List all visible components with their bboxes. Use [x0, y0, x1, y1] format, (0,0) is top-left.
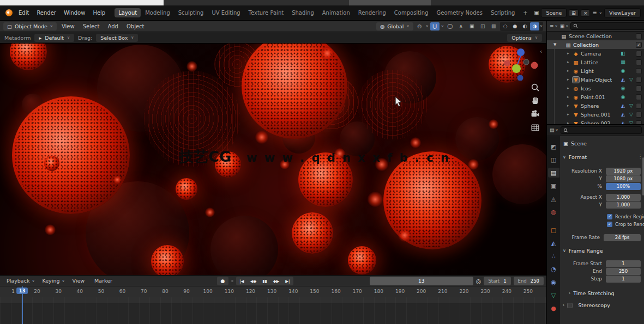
timeline-menu[interactable]: Playback∨ [3, 278, 38, 284]
timeline-menu[interactable]: Keying∨ [39, 278, 68, 284]
active-tool-dropdown[interactable]: ▸ Default ∨ [34, 34, 74, 42]
view-layer-caret-icon[interactable]: ∨ [599, 11, 602, 15]
viewport-menu[interactable]: View [58, 22, 78, 30]
collection-checkbox[interactable] [636, 112, 642, 118]
blender-logo-icon[interactable] [5, 9, 13, 16]
resolution-x-field[interactable]: 1920 px [606, 168, 641, 175]
pivot-point-icon[interactable]: ◎ [415, 22, 424, 30]
ruler-frame-label[interactable]: 250 [523, 289, 533, 294]
current-frame-field[interactable]: 13 [370, 277, 473, 285]
ruler-frame-label[interactable]: 70 [141, 289, 147, 294]
snap-caret-icon[interactable]: ∨ [441, 24, 444, 28]
workspace-tab[interactable]: Geometry Nodes [433, 8, 486, 17]
timeline-menu[interactable]: View [69, 278, 91, 284]
show-overlays-icon[interactable]: ◫ [478, 22, 487, 30]
show-gizmo-icon[interactable]: ▣ [467, 22, 477, 30]
stereoscopy-checkbox[interactable] [567, 303, 573, 308]
shading-rendered-icon[interactable]: ◑ [530, 22, 539, 30]
tool-tab[interactable]: ◩ [548, 142, 559, 151]
outliner-row[interactable]: ▤ Scene Collection [547, 32, 644, 40]
object-data-tab[interactable]: ▽ [548, 290, 559, 300]
mesh-data-icon[interactable]: ▽ [628, 103, 634, 108]
ruler-frame-label[interactable]: 20 [34, 289, 40, 294]
proportional-edit-icon[interactable]: ◯ [446, 22, 455, 30]
view-layer-tab[interactable]: ▣ [548, 181, 559, 191]
ruler-frame-label[interactable]: 90 [183, 289, 189, 294]
frame-range-section-header[interactable]: ∨Frame Range [563, 248, 603, 254]
ruler-frame-label[interactable]: 150 [310, 289, 319, 294]
modifier-wrench-icon[interactable]: ◭ [620, 103, 626, 108]
timeline-menu[interactable]: Marker [91, 278, 118, 284]
toggle-xray-icon[interactable]: ▥ [489, 22, 498, 30]
outliner-search[interactable] [570, 22, 644, 30]
outliner-row[interactable]: ▸ ▼ Sphere.002 ◭ ▽ [547, 119, 644, 124]
ruler-frame-label[interactable]: 190 [395, 289, 405, 294]
outliner-row[interactable]: ▸ ▼ Sphere ◭ ▽ [547, 101, 644, 110]
ruler-frame-label[interactable]: 1 [11, 289, 15, 294]
menubar-menu[interactable]: Edit [15, 9, 33, 17]
stereoscopy-section-header[interactable]: › Stereoscopy [563, 302, 610, 308]
mesh-data-icon[interactable]: ▽ [628, 77, 634, 82]
collapse-panel-icon[interactable]: ‹ [540, 48, 542, 55]
menubar-menu[interactable]: Window [60, 9, 89, 17]
shading-material-icon[interactable]: ◐ [520, 22, 529, 30]
ruler-frame-label[interactable]: 50 [98, 289, 104, 294]
navigation-gizmo[interactable] [502, 47, 541, 81]
workspace-tab[interactable]: Compositing [390, 8, 432, 17]
outliner-row[interactable]: ▼ ▥ Collection ✓ [547, 40, 644, 49]
shading-caret-icon[interactable]: ∨ [540, 24, 543, 28]
jump-to-end-button[interactable]: ▶| [282, 277, 293, 285]
workspace-tab[interactable]: Scripting [487, 8, 519, 17]
workspace-tab[interactable]: Rendering [354, 8, 390, 17]
jump-to-start-button[interactable]: |◀ [236, 277, 248, 285]
section-menu-icon[interactable]: ⋮ [638, 154, 642, 159]
ruler-frame-label[interactable]: 80 [162, 289, 168, 294]
light-data-icon[interactable]: ◉ [620, 85, 626, 91]
modifier-wrench-icon[interactable]: ◭ [620, 77, 626, 82]
output-tab[interactable]: ▤ [548, 168, 559, 178]
ruler-frame-label[interactable]: 180 [374, 289, 383, 294]
outliner-filter-icon[interactable]: ≡∨ [550, 23, 558, 29]
frame-step-field[interactable]: 1 [606, 276, 641, 283]
mesh-data-icon[interactable]: ▽ [628, 120, 634, 124]
timeline-ruler[interactable]: 13 1203040506070809010011012013014015016… [0, 286, 546, 297]
format-section-header[interactable]: ∨Format [563, 154, 587, 160]
viewport-menu[interactable]: Add [105, 22, 122, 30]
frame-end-field[interactable]: 250 [606, 268, 641, 275]
frame-start-field[interactable]: Start1 [484, 277, 510, 285]
physics-tab[interactable]: ◔ [548, 264, 559, 274]
frame-end-field[interactable]: End250 [514, 277, 544, 285]
workspace-tab[interactable]: Sculpting [174, 8, 208, 17]
render-region-checkbox[interactable]: ✓ [607, 214, 612, 219]
auto-keyframe-icon[interactable]: ◎ [476, 278, 482, 285]
ruler-frame-label[interactable]: 30 [55, 289, 61, 294]
aspect-y-field[interactable]: 1.000 [606, 201, 641, 209]
ruler-frame-label[interactable]: 200 [417, 289, 426, 294]
snap-magnet-icon[interactable]: ⋃ [430, 22, 440, 30]
pan-hand-icon[interactable] [531, 96, 540, 105]
ruler-frame-label[interactable]: 40 [77, 289, 83, 294]
ruler-frame-label[interactable]: 140 [288, 289, 298, 294]
collection-checkbox[interactable] [636, 77, 642, 83]
crop-region-checkbox[interactable]: ✓ [607, 222, 612, 227]
orthographic-grid-icon[interactable] [531, 123, 540, 132]
scene-tab[interactable]: ◬ [548, 194, 559, 204]
transform-orientation-dropdown[interactable]: ◍ Global ∨ [376, 22, 413, 30]
timeline-tracks[interactable] [0, 297, 546, 324]
ruler-frame-label[interactable]: 220 [459, 289, 468, 294]
ruler-frame-label[interactable]: 210 [438, 289, 447, 294]
collection-checkbox[interactable] [636, 51, 642, 57]
outliner-display-mode-icon[interactable]: ▣∨ [560, 23, 569, 29]
outliner-row[interactable]: ▸ ▼ Main-Object ◭ ▽ [547, 75, 644, 84]
material-tab[interactable]: ● [548, 303, 559, 313]
collection-checkbox[interactable] [636, 120, 642, 125]
menubar-menu[interactable]: Render [33, 9, 60, 17]
constraints-tab[interactable]: ◉ [548, 277, 559, 287]
camera-data-icon[interactable]: ◧ [620, 51, 626, 56]
outliner-row[interactable]: ▸ ◆ Camera ◧ [547, 49, 644, 58]
modifiers-tab[interactable]: ◭ [548, 238, 559, 248]
ruler-frame-label[interactable]: 160 [332, 289, 341, 294]
expand-caret-icon[interactable]: ▼ [553, 42, 558, 47]
pivot-caret-icon[interactable]: ∨ [426, 24, 429, 28]
outliner-row[interactable]: ▸ ◉ Light ◉ [547, 66, 644, 75]
